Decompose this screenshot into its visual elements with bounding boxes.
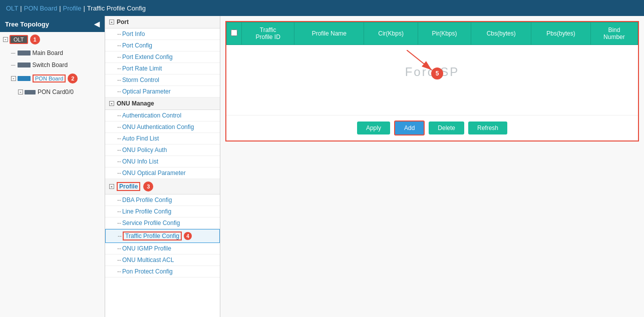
pon-card-icon (25, 90, 36, 94)
th-cbs: Cbs(bytes) (471, 22, 531, 45)
switch-board-label: Switch Board (33, 62, 68, 68)
nav-port-info[interactable]: --Port Info (105, 28, 220, 40)
th-traffic-profile-id: TrafficProfile ID (242, 22, 294, 45)
tree-node-switch-board: ─ Switch Board (0, 59, 105, 71)
badge-2: 2 (68, 74, 78, 84)
main-board-icon (18, 50, 31, 56)
empty-content: Foro|SP 5 (226, 45, 638, 115)
table-container: TrafficProfile ID Profile Name Cir(Kbps)… (225, 21, 639, 142)
th-profile-name: Profile Name (294, 22, 364, 45)
expand-pon-board[interactable]: - (11, 76, 16, 81)
breadcrumb-profile[interactable]: Profile (63, 4, 82, 12)
nav-section-profile-label: Profile (117, 182, 140, 191)
traffic-profile-config-label: Traffic Profile Config (123, 232, 182, 240)
nav-storm-control[interactable]: --Storm Control (105, 74, 220, 86)
tree-node-pon-board: - PON Board 2 (0, 71, 105, 86)
content-area: TrafficProfile ID Profile Name Cir(Kbps)… (220, 16, 644, 317)
th-bind-number: BindNumber (590, 22, 637, 45)
pon-board-label: PON Board (33, 74, 66, 82)
nav-service-profile-config[interactable]: --Service Profile Config (105, 218, 220, 229)
nav-auto-find-list[interactable]: --Auto Find List (105, 133, 220, 144)
switch-board-icon (18, 62, 31, 68)
breadcrumb-pon-board[interactable]: PON Board (24, 4, 57, 12)
sep2: | (59, 4, 61, 12)
nav-section-profile[interactable]: - Profile 3 (105, 179, 220, 194)
expand-profile[interactable]: - (109, 184, 114, 189)
tree-item-switch-board[interactable]: ─ Switch Board (8, 60, 105, 70)
nav-onu-igmp-profile[interactable]: --ONU IGMP Profile (105, 243, 220, 254)
sep3: | (83, 4, 85, 12)
th-pir: Pir(Kbps) (418, 22, 471, 45)
delete-button[interactable]: Delete (429, 122, 464, 134)
nav-profile-items: --DBA Profile Config --Line Profile Conf… (105, 194, 220, 278)
tree-item-olt[interactable]: - OLT 1 (0, 33, 105, 46)
tree-item-main-board[interactable]: ─ Main Board (8, 48, 105, 58)
apply-button[interactable]: Apply (357, 122, 390, 134)
sep1: | (20, 4, 22, 12)
nav-traffic-profile-config[interactable]: -- Traffic Profile Config 4 (105, 229, 220, 243)
nav-port-config[interactable]: --Port Config (105, 40, 220, 52)
th-pbs: Pbs(bytes) (531, 22, 591, 45)
refresh-button[interactable]: Refresh (468, 122, 507, 134)
olt-label-box: OLT (10, 35, 28, 44)
nav-section-onu-label: ONU Manage (117, 100, 154, 107)
nav-onu-policy-auth[interactable]: --ONU Policy Auth (105, 144, 220, 156)
tree-item-pon-board[interactable]: - PON Board 2 (8, 72, 105, 85)
data-table: TrafficProfile ID Profile Name Cir(Kbps)… (226, 22, 638, 45)
main-board-label: Main Board (33, 50, 63, 56)
nav-onu-info-list[interactable]: --ONU Info List (105, 156, 220, 168)
select-all-checkbox[interactable] (231, 30, 237, 36)
pon-board-icon (18, 76, 31, 81)
nav-line-profile-config[interactable]: --Line Profile Config (105, 206, 220, 218)
breadcrumb-traffic-profile: Traffic Profile Config (87, 4, 146, 12)
table-header-checkbox (227, 22, 242, 45)
sidebar-title: Tree Topology ◀ (0, 16, 105, 32)
tree-node-main-board: ─ Main Board (0, 47, 105, 59)
badge-5: 5 (431, 68, 443, 80)
nav-onu-optical-param[interactable]: --ONU Optical Parameter (105, 168, 220, 179)
th-cir: Cir(Kbps) (364, 22, 418, 45)
expand-port[interactable]: - (109, 20, 114, 24)
arrow-indicator: 5 (407, 50, 447, 82)
expand-onu[interactable]: - (109, 101, 114, 106)
nav-auth-control[interactable]: --Authentication Control (105, 110, 220, 122)
expand-olt[interactable]: - (3, 37, 8, 42)
expand-pon-card[interactable]: - (18, 90, 23, 94)
nav-optical-parameter[interactable]: --Optical Parameter (105, 86, 220, 98)
tree-item-pon-card[interactable]: - PON Card0/0 (15, 87, 105, 97)
badge-4: 4 (184, 232, 192, 240)
nav-section-port-label: Port (117, 18, 129, 26)
nav-pon-protect-config[interactable]: --Pon Protect Config (105, 266, 220, 278)
nav-port-extend-config[interactable]: --Port Extend Config (105, 52, 220, 63)
nav-section-port[interactable]: - Port (105, 16, 220, 28)
sidebar-title-text: Tree Topology (5, 20, 49, 28)
tree-node-olt: - OLT 1 (0, 32, 105, 47)
sidebar-collapse-btn[interactable]: ◀ (94, 20, 100, 28)
nav-onu-multicast-acl[interactable]: --ONU Multicast ACL (105, 254, 220, 266)
top-header: OLT | PON Board | Profile | Traffic Prof… (0, 0, 644, 16)
nav-onu-items: --Authentication Control --ONU Authentic… (105, 110, 220, 179)
svg-line-0 (407, 50, 432, 70)
badge-1: 1 (30, 34, 40, 44)
add-button[interactable]: Add (394, 120, 425, 136)
pon-card-label: PON Card0/0 (38, 88, 74, 96)
nav-port-rate-limit[interactable]: --Port Rate Limit (105, 63, 220, 74)
nav-dba-profile-config[interactable]: --DBA Profile Config (105, 194, 220, 206)
sidebar: Tree Topology ◀ - OLT 1 ─ Main Board ─ (0, 16, 105, 317)
tree-node-pon-card: - PON Card0/0 (0, 86, 105, 98)
nav-port-items: --Port Info --Port Config --Port Extend … (105, 28, 220, 98)
nav-onu-auth-config[interactable]: --ONU Authentication Config (105, 122, 220, 133)
nav-section-onu[interactable]: - ONU Manage (105, 98, 220, 110)
action-bar: Apply Add Delete Refresh (226, 115, 638, 140)
breadcrumb-olt[interactable]: OLT (6, 4, 18, 12)
nav-panel: - Port --Port Info --Port Config --Port … (105, 16, 220, 317)
badge-3: 3 (143, 182, 153, 192)
